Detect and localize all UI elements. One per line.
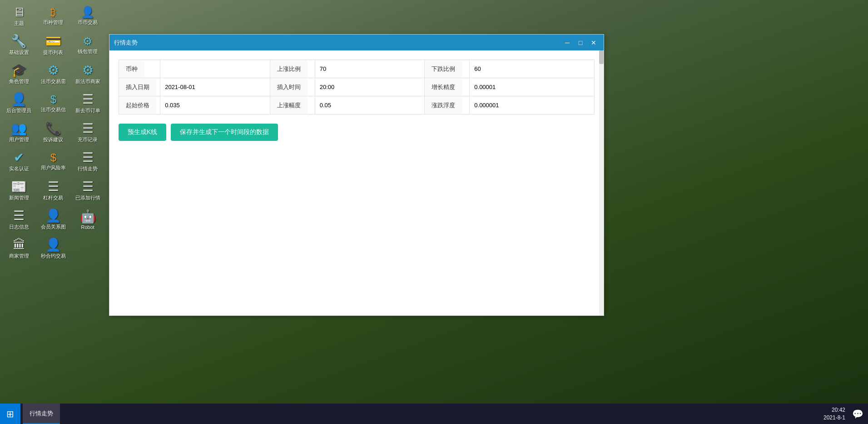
added-icon: ☰ (82, 180, 94, 193)
log-icon: ☰ (13, 210, 25, 222)
sidebar-item-role[interactable]: 🎓 角色管理 (2, 60, 36, 89)
sidebar-item-added-market[interactable]: ☰ 已添加行情 (71, 177, 104, 205)
sidebar-item-basic-settings[interactable]: 🔧 基础设置 (2, 31, 36, 60)
user-icon: 👥 (11, 122, 27, 135)
rise-ratio-label-cell: 上涨比例 (270, 60, 315, 78)
sidebar-item-log[interactable]: ☰ 日志信息 (2, 206, 36, 234)
sidebar-item-recharge[interactable]: ☰ 充币记录 (71, 119, 104, 147)
sidebar-item-coin-order[interactable]: ☰ 新去币订单 (71, 90, 104, 118)
sidebar-item-admin[interactable]: 👤 后台管理员 (2, 90, 36, 118)
admin-icon: 👤 (11, 93, 27, 106)
sidebar-item-risk[interactable]: $ 用户风险率 (37, 148, 70, 176)
sidebar-label-market-trend: 行情走势 (78, 165, 98, 172)
sidebar-item-wallet[interactable]: ⚙ 钱包管理 (71, 31, 104, 60)
sidebar-item-member[interactable]: 👤 会员关系图 (37, 206, 70, 234)
monitor-icon: 🖥 (13, 6, 25, 19)
rise-float-input[interactable] (470, 96, 594, 114)
sidebar-label-new-merchant: 新法币商家 (75, 78, 100, 85)
dialog-titlebar: 行情走势 ─ □ ✕ (109, 35, 604, 50)
chat-icon[interactable]: 💬 (852, 409, 863, 419)
sidebar-label-role: 角色管理 (9, 78, 29, 85)
insert-time-label-cell: 插入时间 (270, 78, 315, 96)
risk-icon: $ (50, 152, 56, 163)
store-icon: 🏛 (13, 239, 25, 251)
second-icon: 👤 (45, 239, 61, 251)
minimize-button[interactable]: ─ (562, 38, 573, 47)
fall-ratio-input-cell (470, 60, 595, 78)
sidebar-item-coin-exchange[interactable]: 👤 币币交易 (71, 2, 104, 30)
taskbar: ⊞ 行情走势 20:42 2021-8-1 💬 (0, 404, 868, 424)
sidebar-item-withdraw[interactable]: 💳 提币列表 (37, 31, 70, 60)
sidebar-item-coin-manage[interactable]: ₿ 币种管理 (37, 2, 70, 30)
growth-precision-input-cell (470, 78, 595, 96)
maximize-button[interactable]: □ (575, 38, 586, 47)
rise-float-label: 涨跌浮度 (425, 96, 462, 114)
insert-time-input[interactable] (315, 78, 425, 96)
sidebar-label-basic-settings: 基础设置 (9, 49, 29, 56)
form-row-3: 起始价格 上涨幅度 涨跌浮度 (119, 96, 595, 115)
sidebar-item-market-trend[interactable]: ☰ 行情走势 (71, 148, 104, 176)
close-button[interactable]: ✕ (588, 38, 599, 47)
sidebar-grid: 🖥 主题 ₿ 币种管理 👤 币币交易 🔧 基础设置 💳 提币列表 ⚙ 钱包管理 … (2, 2, 104, 263)
sidebar-item-fiat-trade[interactable]: $ 法币交易信 (37, 90, 70, 118)
order-icon: ☰ (82, 93, 94, 106)
taskbar-app-label: 行情走势 (30, 409, 53, 418)
scrollbar-thumb (599, 50, 604, 64)
taskbar-time-display: 20:42 (823, 406, 845, 414)
sidebar-label-coin-order: 新去币订单 (75, 107, 100, 114)
exchange-icon: 👤 (81, 7, 94, 18)
sidebar-label-desktop: 主题 (14, 20, 24, 27)
coin-type-label-cell: 币种 (119, 60, 160, 78)
coin-type-input[interactable] (160, 60, 270, 78)
lever-icon: ☰ (48, 180, 59, 193)
sidebar-label-news: 新闻管理 (9, 195, 29, 201)
fiat-icon: ⚙ (48, 64, 59, 77)
taskbar-datetime: 20:42 2021-8-1 (823, 406, 845, 422)
preview-k-button[interactable]: 预生成K线 (119, 124, 166, 141)
sidebar-item-desktop[interactable]: 🖥 主题 (2, 2, 36, 30)
sidebar-label-member: 会员关系图 (41, 224, 66, 230)
sidebar-item-user-manage[interactable]: 👥 用户管理 (2, 119, 36, 147)
sidebar-label-admin: 后台管理员 (6, 107, 31, 114)
bitcoin-icon: ₿ (50, 7, 56, 18)
taskbar-app-market[interactable]: 行情走势 (23, 404, 60, 424)
sidebar-label-second-contract: 秒合约交易 (41, 253, 66, 259)
dialog-scrollbar[interactable] (599, 50, 604, 315)
rise-ratio-input[interactable] (315, 60, 425, 78)
robot-icon: 🤖 (80, 210, 96, 223)
growth-precision-label-cell: 增长精度 (425, 78, 470, 96)
sidebar-item-news[interactable]: 📰 新闻管理 (2, 177, 36, 205)
rise-amplitude-label-cell: 上涨幅度 (270, 96, 315, 115)
sidebar-label-fiat-trade: 法币交易信 (41, 106, 66, 113)
insert-date-input[interactable] (160, 78, 270, 96)
wallet-icon: ⚙ (83, 36, 93, 47)
form-row-1: 币种 上涨比例 下跌比例 (119, 60, 595, 78)
fall-ratio-label: 下跌比例 (425, 60, 462, 78)
fiat2-icon: $ (50, 94, 56, 105)
sidebar-item-complaint[interactable]: 📞 投诉建议 (37, 119, 70, 147)
growth-precision-input[interactable] (470, 78, 594, 96)
sidebar-label-fiat-exchange: 法币交易需 (41, 78, 66, 85)
sidebar-label-realname: 实名认证 (9, 165, 29, 172)
start-price-input-cell (160, 96, 270, 115)
news-icon: 📰 (11, 180, 27, 193)
insert-time-input-cell (315, 78, 425, 96)
insert-date-label-cell: 插入日期 (119, 78, 160, 96)
start-button[interactable]: ⊞ (0, 404, 20, 424)
rise-ratio-input-cell (315, 60, 425, 78)
fall-ratio-input[interactable] (470, 60, 594, 78)
sidebar-label-merchant-manage: 商家管理 (9, 253, 29, 259)
sidebar-item-realname[interactable]: ✔ 实名认证 (2, 148, 36, 176)
sidebar-item-robot[interactable]: 🤖 Robot (71, 206, 104, 234)
start-price-input[interactable] (160, 96, 270, 114)
sidebar-item-second-contract[interactable]: 👤 秒合约交易 (37, 235, 70, 263)
coin-type-label: 币种 (119, 60, 144, 78)
save-next-button[interactable]: 保存并生成下一个时间段的数据 (171, 124, 278, 141)
merchant-icon: ⚙ (82, 64, 94, 77)
form-table: 币种 上涨比例 下跌比例 (119, 60, 595, 115)
rise-amplitude-input[interactable] (315, 96, 425, 114)
sidebar-item-fiat-exchange[interactable]: ⚙ 法币交易需 (37, 60, 70, 89)
sidebar-item-lever[interactable]: ☰ 杠杆交易 (37, 177, 70, 205)
sidebar-item-merchant-manage[interactable]: 🏛 商家管理 (2, 235, 36, 263)
sidebar-item-new-merchant[interactable]: ⚙ 新法币商家 (71, 60, 104, 89)
